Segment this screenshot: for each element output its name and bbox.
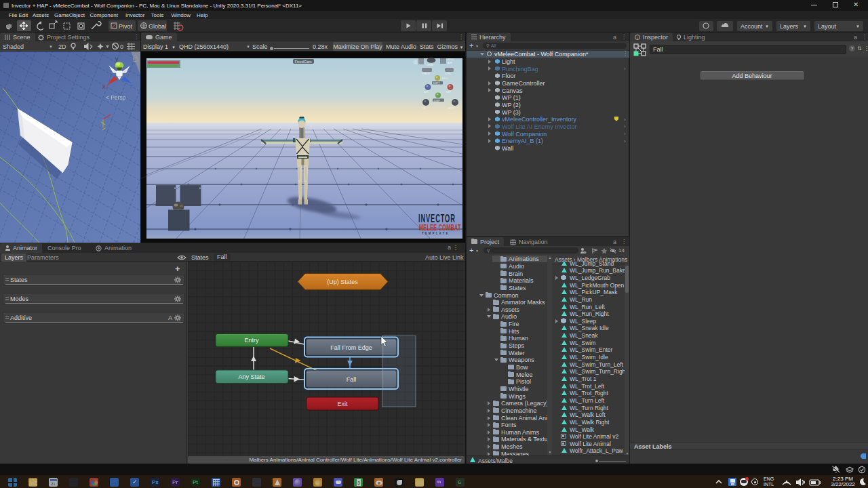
svg-text:x: x [102,83,106,90]
svg-text:SPACE: SPACE [422,73,431,75]
svg-text:z: z [130,83,134,89]
svg-text:SHIFT: SHIFT [433,82,440,85]
svg-text:JUMP: JUMP [433,100,440,102]
svg-text:LB: LB [422,107,426,110]
svg-text:TEMPLATE: TEMPLATE [422,231,450,235]
svg-text:RT/LT: RT/LT [448,58,454,61]
svg-text:y: y [115,56,119,62]
svg-text:FixedCam: FixedCam [294,60,311,64]
svg-text:DEF: DEF [446,91,452,94]
svg-text:LB+RT: LB+RT [448,107,456,110]
svg-text:Any State: Any State [238,373,264,380]
svg-text:RB: RB [414,62,418,65]
svg-text:Fall: Fall [347,376,357,383]
svg-text:(Up) States: (Up) States [327,279,358,285]
svg-text:CTRL: CTRL [445,73,451,75]
svg-text:Exit: Exit [337,401,348,407]
svg-text:ROLL: ROLL [442,77,448,80]
svg-text:Global: Global [149,23,166,30]
svg-text:Fall From Edge: Fall From Edge [330,344,372,351]
svg-text:Pivot: Pivot [119,23,133,30]
svg-text:< Persp: < Persp [106,94,126,101]
svg-text:GRAB: GRAB [427,64,434,66]
svg-text:0: 0 [120,43,123,50]
svg-text:AIM: AIM [448,62,452,64]
svg-text:ATK: ATK [424,91,429,94]
svg-text:Entry: Entry [244,337,259,344]
